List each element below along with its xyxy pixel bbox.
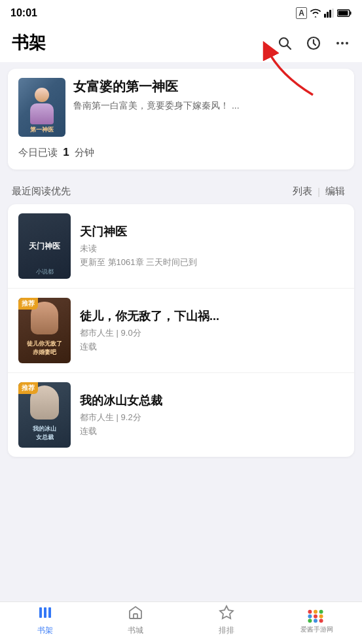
book-cover-3: 推荐 我的冰山女总裁: [18, 382, 71, 448]
svg-rect-16: [48, 607, 51, 618]
svg-rect-15: [44, 607, 46, 618]
svg-rect-5: [350, 12, 352, 15]
book-cover-1: 天门神医 小说都: [18, 213, 71, 279]
book-meta-1: 未读: [80, 243, 344, 255]
nav-label-rank: 排排: [219, 625, 234, 636]
featured-book-cover: 第一神医: [18, 78, 65, 137]
svg-rect-3: [332, 9, 334, 18]
edit-button[interactable]: 编辑: [320, 185, 350, 198]
svg-point-12: [346, 42, 348, 45]
book-info-3: 我的冰山女总裁 都市人生 | 9.2分 连载: [80, 393, 344, 437]
svg-line-8: [287, 45, 291, 49]
svg-rect-17: [134, 614, 137, 618]
cover-text-3: 我的冰山女总裁: [30, 422, 59, 444]
nav-label-bookshelf: 书架: [37, 625, 53, 636]
book-meta-2: 都市人生 | 9.0分: [80, 327, 344, 339]
list-item[interactable]: 天门神医 小说都 天门神医 未读 更新至 第1061章 三天时间已到: [8, 204, 354, 289]
svg-rect-2: [329, 10, 331, 18]
svg-rect-0: [324, 14, 326, 18]
section-header: 最近阅读优先 列表 | 编辑: [0, 176, 362, 204]
nav-item-bookstore[interactable]: 书城: [90, 605, 181, 636]
search-icon[interactable]: [277, 35, 293, 51]
section-actions: 列表 | 编辑: [287, 185, 350, 198]
bottom-nav: 书架 书城 排排: [0, 601, 362, 644]
book-cover-2: 推荐 徒儿你无敌了赤婚妻吧: [18, 298, 71, 363]
book-info-1: 天门神医 未读 更新至 第1061章 三天时间已到: [80, 224, 344, 268]
cover-text-1: 天门神医: [26, 238, 63, 255]
svg-point-11: [341, 42, 344, 45]
nav-item-bookshelf[interactable]: 书架: [0, 605, 90, 636]
book-status-3: 连载: [80, 425, 344, 437]
svg-rect-6: [338, 11, 348, 16]
book-info-2: 徒儿，你无敌了，下山祸... 都市人生 | 9.0分 连载: [80, 308, 344, 353]
book-status-2: 连载: [80, 341, 344, 353]
cover-label: 第一神医: [18, 126, 65, 134]
book-title-2: 徒儿，你无敌了，下山祸...: [80, 308, 344, 324]
today-book-row[interactable]: 第一神医 女富婆的第一神医 鲁南第一白富美，竟要委身下嫁秦风！ ...: [18, 78, 344, 137]
svg-point-21: [319, 609, 323, 613]
home-icon: [128, 605, 143, 623]
more-icon[interactable]: [335, 35, 350, 51]
today-stats: 今日已读 1 分钟: [18, 146, 344, 159]
svg-point-24: [319, 614, 323, 618]
status-icons: A: [296, 7, 352, 19]
nav-item-rank[interactable]: 排排: [181, 605, 272, 636]
svg-point-19: [308, 609, 312, 613]
svg-point-25: [308, 618, 312, 622]
section-title: 最近阅读优先: [12, 185, 71, 198]
stats-value: 1: [63, 146, 69, 159]
header-actions: [277, 35, 350, 51]
cover-text-2: 徒儿你无敌了赤婚妻吧: [24, 337, 65, 359]
svg-point-22: [308, 614, 312, 618]
featured-book-desc: 鲁南第一白富美，竟要委身下嫁秦风！ ...: [73, 99, 344, 113]
list-view-button[interactable]: 列表: [287, 185, 317, 198]
status-bar: 10:01 A: [0, 0, 362, 24]
stats-suffix: 分钟: [75, 147, 94, 159]
svg-point-27: [319, 618, 323, 622]
book-title-1: 天门神医: [80, 224, 344, 240]
wifi-icon: [310, 9, 321, 18]
svg-point-10: [336, 42, 339, 45]
signal-icon: [324, 9, 335, 18]
svg-point-20: [314, 609, 317, 613]
status-icon-a: A: [296, 7, 307, 19]
list-item[interactable]: 推荐 我的冰山女总裁 我的冰山女总裁 都市人生 | 9.2分 连载: [8, 373, 354, 457]
status-time: 10:01: [10, 7, 37, 19]
battery-icon: [337, 9, 352, 17]
nav-item-brand[interactable]: 爱酱手游网: [272, 607, 362, 634]
header: 书架: [0, 24, 362, 62]
brand-icon: [308, 607, 326, 623]
page-title: 书架: [12, 31, 46, 54]
stats-prefix: 今日已读: [18, 147, 58, 159]
recommend-badge-2: 推荐: [18, 298, 38, 310]
today-card: 第一神医 女富婆的第一神医 鲁南第一白富美，竟要委身下嫁秦风！ ... 今日已读…: [8, 69, 354, 170]
svg-rect-14: [39, 607, 42, 618]
book-title-3: 我的冰山女总裁: [80, 393, 344, 408]
nav-label-brand: 爱酱手游网: [300, 625, 333, 634]
svg-marker-18: [220, 606, 233, 618]
book-meta-3: 都市人生 | 9.2分: [80, 412, 344, 423]
featured-book-title: 女富婆的第一神医: [73, 78, 344, 95]
bookshelf-icon: [37, 605, 53, 623]
nav-label-bookstore: 书城: [128, 625, 143, 636]
svg-point-23: [314, 614, 317, 618]
book-list: 天门神医 小说都 天门神医 未读 更新至 第1061章 三天时间已到 推荐 徒儿…: [8, 204, 354, 457]
recommend-badge-3: 推荐: [18, 382, 38, 394]
book-status-1: 更新至 第1061章 三天时间已到: [80, 257, 344, 268]
svg-point-26: [314, 618, 317, 622]
star-icon: [219, 605, 234, 623]
featured-book-info: 女富婆的第一神医 鲁南第一白富美，竟要委身下嫁秦风！ ...: [73, 78, 344, 113]
history-icon[interactable]: [306, 35, 321, 51]
svg-rect-1: [327, 12, 329, 18]
list-item[interactable]: 推荐 徒儿你无敌了赤婚妻吧 徒儿，你无敌了，下山祸... 都市人生 | 9.0分…: [8, 289, 354, 373]
